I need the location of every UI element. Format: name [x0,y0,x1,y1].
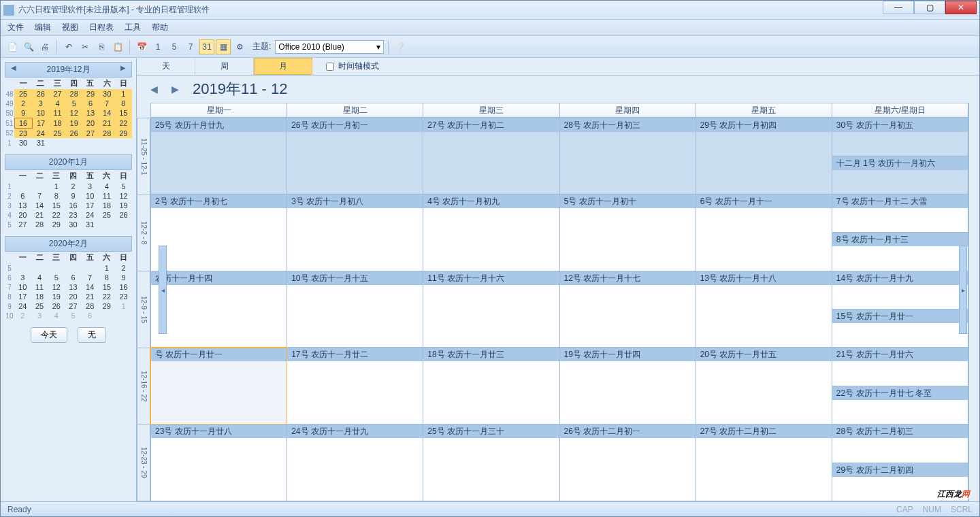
menu-schedule[interactable]: 日程表 [89,22,114,33]
calendar-icon[interactable]: 📅 [134,39,149,54]
mini-cal-day[interactable] [65,263,82,273]
mini-cal-day[interactable]: 12 [48,282,65,292]
timeline-checkbox[interactable] [326,63,334,71]
mini-cal-day[interactable]: 25 [14,89,32,99]
mini-cal-day[interactable]: 25 [49,129,65,139]
mini-cal-day[interactable]: 22 [115,118,131,129]
mini-cal-day[interactable]: 3 [14,273,31,282]
mini-cal-day[interactable]: 27 [14,220,31,229]
cut-icon[interactable]: ✂ [78,39,93,54]
mini-cal-day[interactable]: 15 [48,201,65,210]
mini-cal-day[interactable]: 1 [99,263,116,273]
mini-cal-day[interactable]: 19 [115,201,132,210]
menu-file[interactable]: 文件 [7,22,24,33]
mini-cal-day[interactable]: 22 [48,210,65,220]
mini-cal-day[interactable]: 8 [48,191,65,201]
mini-cal-day[interactable]: 28 [66,89,82,99]
mini-cal-day[interactable]: 15 [99,282,116,292]
timeline-mode[interactable]: 时间轴模式 [326,58,379,75]
mini-cal-day[interactable]: 26 [66,129,82,139]
mini-cal-day[interactable]: 19 [66,118,82,129]
mini-cal-day[interactable]: 1 [48,182,65,191]
day-cell[interactable]: 2号 农历十一月初七 [150,195,287,271]
day-cell[interactable]: 13号 农历十一月十八 [696,271,832,348]
mini-cal-day[interactable]: 20 [65,292,82,301]
mini-cal-day[interactable]: 27 [65,301,82,311]
day-cell[interactable]: 农历十一月十四 [150,271,287,348]
menu-tools[interactable]: 工具 [125,22,141,33]
maximize-button[interactable]: ▢ [914,1,945,14]
theme-select[interactable]: Office 2010 (Blue)▾ [275,40,384,54]
weekend-cell[interactable]: 7号 农历十一月十二 大雪8号 农历十一月十三 [832,195,968,271]
day-cell[interactable]: 28号 农历十一月初三 [560,118,696,195]
mini-cal-day[interactable]: 29 [99,301,116,311]
mini-cal-day[interactable]: 5 [115,182,132,191]
mini-cal-day[interactable]: 5 [65,311,82,320]
new-icon[interactable]: 📄 [5,39,20,54]
day-cell[interactable]: 27号 农历十二月初二 [696,424,832,501]
day-cell[interactable]: 19号 农历十一月廿四 [560,348,696,424]
mini-cal-day[interactable]: 21 [99,118,115,129]
mini-cal-day[interactable]: 28 [82,301,99,311]
mini-cal-day[interactable]: 30 [65,220,82,229]
mini-cal-day[interactable]: 14 [99,108,115,118]
mini-cal-day[interactable] [31,263,48,273]
mini-cal-day[interactable]: 26 [32,89,49,99]
mini-cal-day[interactable]: 16 [115,282,132,292]
scrollbar[interactable] [968,103,979,501]
mini-cal-day[interactable]: 25 [99,210,116,220]
mini-cal-day[interactable]: 2 [115,263,132,273]
mini-cal-day[interactable]: 7 [99,99,115,108]
mini-cal-day[interactable]: 1 [115,89,131,99]
mini-cal-day[interactable]: 28 [31,220,48,229]
day-cell[interactable]: 4号 农历十一月初九 [423,195,559,271]
paste-icon[interactable]: 📋 [110,39,125,54]
mini-cal-day[interactable]: 15 [115,108,131,118]
mini-cal-day[interactable]: 26 [115,210,132,220]
mini-cal-day[interactable]: 10 [32,108,49,118]
mini-cal-day[interactable]: 13 [14,201,31,210]
day-cell[interactable]: 29号 农历十一月初四 [696,118,832,195]
prev-month-icon[interactable]: ◀ [11,64,16,71]
mini-cal-day[interactable]: 12 [66,108,82,118]
mini-cal-day[interactable]: 18 [31,292,48,301]
mini-cal-day[interactable]: 18 [49,118,65,129]
mini-cal-day[interactable]: 6 [82,311,99,320]
mini-cal-day[interactable]: 20 [14,210,31,220]
mini-cal-day[interactable]: 6 [82,99,99,108]
undo-icon[interactable]: ↶ [61,39,76,54]
close-button[interactable]: ✕ [945,1,977,14]
mini-cal-day[interactable]: 9 [65,191,82,201]
mini-cal-day[interactable]: 17 [32,118,49,129]
day-cell[interactable]: 号 农历十一月廿一 [150,348,287,424]
mini-cal-day[interactable]: 5 [66,99,82,108]
mini-cal-day[interactable] [82,138,99,148]
mini-cal-day[interactable]: 7 [31,191,48,201]
mini-cal-day[interactable] [49,138,65,148]
next-month-icon[interactable]: ▶ [120,64,126,71]
mini-cal-day[interactable] [115,138,131,148]
mini-cal-day[interactable]: 23 [14,129,32,139]
mini-cal-day[interactable]: 9 [115,273,132,282]
mini-cal-day[interactable]: 2 [65,182,82,191]
mini-cal-day[interactable]: 6 [14,191,31,201]
weekend-cell[interactable]: 30号 农历十一月初五十二月 1号 农历十一月初六 [832,118,968,195]
mini-cal-day[interactable]: 13 [82,108,99,118]
mini-cal-day[interactable]: 17 [82,201,99,210]
day-cell[interactable]: 18号 农历十一月廿三 [423,348,559,424]
mini-cal-day[interactable]: 14 [82,282,99,292]
mini-cal-day[interactable]: 4 [99,182,116,191]
today-button[interactable]: 今天 [31,327,67,343]
mini-cal-day[interactable] [48,263,65,273]
help-icon[interactable]: ❔ [393,39,408,54]
mini-cal-day[interactable]: 21 [82,292,99,301]
mini-cal-day[interactable] [82,263,99,273]
mini-cal-day[interactable]: 30 [99,89,115,99]
mini-cal-day[interactable]: 13 [65,282,82,292]
day-cell[interactable]: 23号 农历十一月廿八 [150,424,287,501]
mini-cal-day[interactable] [99,311,116,320]
weekend-cell[interactable]: 14号 农历十一月十九15号 农历十一月廿一 [832,271,968,348]
left-flap[interactable]: ◂ [159,246,167,334]
mini-cal-day[interactable]: 24 [82,210,99,220]
day-cell[interactable]: 5号 农历十一月初十 [560,195,696,271]
